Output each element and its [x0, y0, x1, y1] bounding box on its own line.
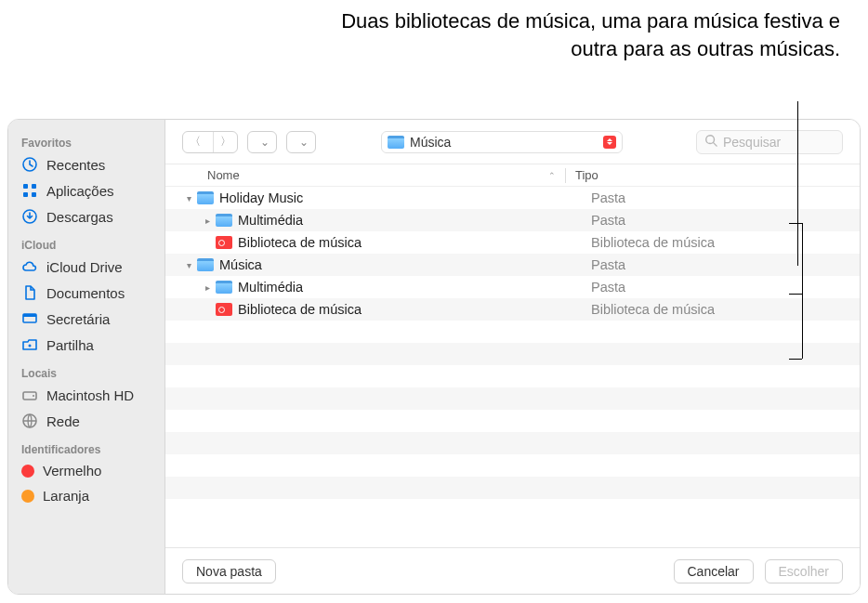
empty-row [165, 343, 860, 365]
sidebar-item-label: iCloud Drive [46, 259, 123, 275]
search-field[interactable] [696, 130, 843, 154]
disclosure-triangle-icon[interactable]: ▾ [182, 193, 195, 203]
sidebar-item-label: Macintosh HD [46, 387, 134, 403]
popup-arrows-icon [603, 136, 616, 149]
music-library-file-icon [216, 303, 232, 316]
file-name: Música [219, 257, 591, 272]
sidebar-item[interactable]: Descargas [8, 203, 164, 229]
column-type-label: Tipo [575, 168, 598, 182]
annotation-text: Duas bibliotecas de música, uma para mús… [338, 7, 840, 62]
tag-dot-icon [21, 490, 34, 503]
dialog-footer: Nova pasta Cancelar Escolher [165, 547, 860, 594]
sidebar-section-header: iCloud [8, 229, 164, 254]
annotation-bracket-mid [789, 294, 802, 295]
toolbar: 〈 〉 ⌄ ⌄ Música [165, 120, 860, 164]
sidebar-section-header: Identificadores [8, 434, 164, 458]
file-list: ▾Holiday MusicPasta▸MultimédiaPastaBibli… [165, 187, 860, 547]
svg-rect-4 [32, 192, 36, 197]
globe-icon [21, 413, 38, 429]
cloud-icon [21, 258, 38, 275]
empty-row [165, 365, 860, 387]
file-row[interactable]: ▾MúsicaPasta [165, 254, 860, 276]
folder-icon [216, 214, 232, 227]
choose-button[interactable]: Escolher [765, 559, 843, 583]
nav-forward-button[interactable]: 〉 [213, 132, 237, 152]
empty-row [165, 432, 860, 454]
empty-row [165, 410, 860, 432]
view-mode-button[interactable]: ⌄ [247, 131, 277, 153]
sidebar-item[interactable]: Recentes [8, 151, 164, 177]
empty-row [165, 321, 860, 343]
sidebar-item[interactable]: Vermelho [8, 458, 164, 483]
file-type: Pasta [591, 213, 625, 228]
sidebar-item[interactable]: Macintosh HD [8, 382, 164, 408]
folder-icon [388, 136, 404, 149]
nav-back-forward: 〈 〉 [182, 131, 238, 153]
doc-icon [21, 284, 38, 301]
file-row[interactable]: ▸MultimédiaPasta [165, 276, 860, 298]
sidebar-item[interactable]: iCloud Drive [8, 254, 164, 280]
file-row[interactable]: ▸MultimédiaPasta [165, 209, 860, 231]
column-name-label: Nome [207, 168, 240, 182]
nav-back-button[interactable]: 〈 [183, 132, 207, 152]
empty-row [165, 387, 860, 410]
new-folder-button[interactable]: Nova pasta [182, 559, 276, 583]
disclosure-triangle-icon[interactable]: ▸ [201, 282, 214, 293]
cancel-button[interactable]: Cancelar [674, 559, 754, 583]
sidebar-section-header: Favoritos [8, 127, 164, 151]
desktop-icon [21, 310, 38, 327]
sidebar-section-header: Locais [8, 358, 164, 382]
chevron-left-icon: 〈 [190, 134, 201, 150]
file-type: Pasta [591, 190, 625, 205]
sidebar-item[interactable]: Laranja [8, 483, 164, 508]
sidebar-item[interactable]: Partilha [8, 332, 164, 358]
sidebar-item[interactable]: Documentos [8, 280, 164, 306]
annotation-bracket [802, 223, 803, 359]
svg-rect-1 [23, 184, 28, 189]
sidebar-item[interactable]: Secretária [8, 306, 164, 332]
file-row[interactable]: Biblioteca de músicaBiblioteca de música [165, 231, 860, 254]
file-name: Holiday Music [219, 190, 591, 205]
file-row[interactable]: ▾Holiday MusicPasta [165, 187, 860, 209]
sidebar-item-label: Aplicações [46, 183, 114, 199]
file-type: Pasta [591, 257, 625, 272]
search-icon [704, 134, 717, 151]
empty-row [165, 454, 860, 477]
annotation-bracket-tick [789, 359, 802, 360]
svg-rect-3 [23, 192, 28, 197]
column-header-type[interactable]: Tipo [575, 168, 598, 182]
sidebar-item-label: Documentos [46, 285, 125, 301]
file-type: Biblioteca de música [591, 302, 715, 317]
folder-icon [197, 258, 214, 271]
location-popup[interactable]: Música [381, 131, 623, 153]
folder-icon [216, 281, 232, 294]
share-folder-icon [21, 336, 38, 353]
file-name: Biblioteca de música [238, 302, 591, 317]
file-row[interactable]: Biblioteca de músicaBiblioteca de música [165, 298, 860, 321]
tag-dot-icon [21, 465, 34, 478]
folder-icon [197, 191, 214, 204]
group-by-button[interactable]: ⌄ [286, 131, 316, 153]
sidebar-item-label: Recentes [46, 157, 105, 173]
sort-ascending-icon: ⌃ [548, 171, 556, 180]
sidebar: FavoritosRecentesAplicaçõesDescargasiClo… [8, 120, 165, 594]
search-input[interactable] [723, 135, 835, 150]
file-name: Multimédia [238, 213, 591, 228]
svg-rect-2 [32, 184, 36, 189]
file-type: Pasta [591, 280, 625, 295]
disk-icon [21, 387, 38, 403]
sidebar-item-label: Rede [46, 413, 80, 429]
sidebar-item-label: Descargas [46, 209, 113, 225]
column-separator[interactable] [565, 168, 566, 183]
main-pane: 〈 〉 ⌄ ⌄ Música [165, 120, 860, 594]
sidebar-item[interactable]: Aplicações [8, 177, 164, 203]
sidebar-item[interactable]: Rede [8, 408, 164, 434]
disclosure-triangle-icon[interactable]: ▸ [201, 216, 214, 226]
column-header-name[interactable]: Nome ⌃ [207, 168, 556, 182]
file-type: Biblioteca de música [591, 235, 715, 250]
sidebar-item-label: Partilha [46, 337, 94, 353]
svg-rect-7 [23, 314, 36, 317]
disclosure-triangle-icon[interactable]: ▾ [182, 260, 195, 270]
download-icon [21, 208, 38, 225]
empty-row [165, 477, 860, 499]
